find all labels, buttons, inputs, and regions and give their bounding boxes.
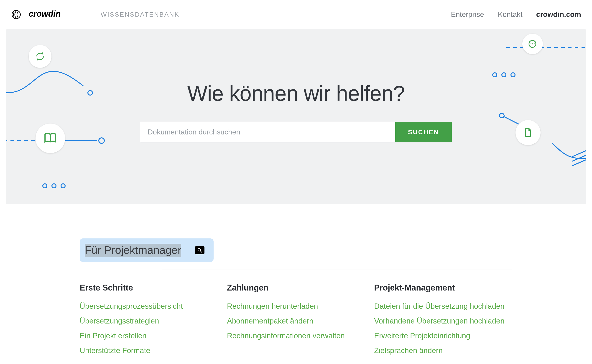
columns: Erste Schritte Übersetzungsprozessübersi… bbox=[80, 283, 512, 364]
doc-link[interactable]: Unterstützte Formate bbox=[80, 346, 150, 355]
chat-icon bbox=[528, 39, 537, 49]
header-left: crowdin WISSENSDATENBANK bbox=[11, 9, 180, 20]
list-item: Dateien für die Übersetzung hochladen bbox=[374, 300, 512, 312]
hero-bubble-refresh bbox=[29, 45, 52, 68]
doc-link[interactable]: Vorhandene Übersetzungen hochladen bbox=[374, 317, 504, 325]
search-button[interactable]: SUCHEN bbox=[395, 122, 452, 142]
list-item: Ein Projekt erstellen bbox=[80, 330, 218, 341]
column-projekt-management: Projekt-Management Dateien für die Übers… bbox=[374, 283, 512, 364]
doc-link[interactable]: Dateien für die Übersetzung hochladen bbox=[374, 302, 504, 310]
doc-link[interactable]: Ein Projekt erstellen bbox=[80, 332, 146, 340]
list-item: Erweiterte Projekteinrichtung bbox=[374, 330, 512, 341]
hero: Wie können wir helfen? SUCHEN bbox=[6, 29, 586, 204]
hero-dots-right bbox=[492, 72, 515, 77]
list-item: Rechnungen herunterladen bbox=[227, 300, 365, 312]
search-input[interactable] bbox=[140, 122, 395, 142]
hero-content: Wie können wir helfen? SUCHEN bbox=[6, 81, 586, 143]
brand-logo[interactable]: crowdin bbox=[11, 9, 93, 20]
column-heading: Projekt-Management bbox=[374, 283, 512, 292]
svg-point-7 bbox=[534, 43, 535, 45]
search-box: SUCHEN bbox=[140, 122, 452, 143]
list-item: Zielsprachen ändern bbox=[374, 345, 512, 356]
search-icon bbox=[197, 247, 202, 253]
header-subtitle: WISSENSDATENBANK bbox=[101, 11, 180, 18]
svg-point-6 bbox=[532, 43, 533, 45]
hero-dots-left bbox=[42, 183, 66, 188]
column-heading: Zahlungen bbox=[227, 283, 365, 292]
svg-point-5 bbox=[531, 43, 532, 45]
list-item: Abonnementpaket ändern bbox=[227, 315, 365, 327]
doc-link[interactable]: Erweiterte Projekteinrichtung bbox=[374, 332, 470, 340]
svg-text:crowdin: crowdin bbox=[29, 9, 61, 19]
list-item: Unterstützte Formate bbox=[80, 345, 218, 356]
section-title: Für Projektmanager bbox=[85, 244, 181, 256]
list-item: Übersetzungsstrategien bbox=[80, 315, 218, 327]
column-zahlungen: Zahlungen Rechnungen herunterladen Abonn… bbox=[227, 283, 365, 364]
doc-link[interactable]: Übersetzungsprozessübersicht bbox=[80, 302, 183, 310]
hero-title: Wie können wir helfen? bbox=[6, 81, 586, 106]
doc-link[interactable]: Rechnungen herunterladen bbox=[227, 302, 318, 310]
list-item: Vorhandene Übersetzungen hochladen bbox=[374, 315, 512, 327]
nav-enterprise[interactable]: Enterprise bbox=[451, 10, 484, 19]
nav-crowdin-com[interactable]: crowdin.com bbox=[536, 10, 581, 19]
hero-bubble-chat bbox=[522, 34, 543, 54]
crowdin-mark-icon bbox=[11, 9, 21, 20]
divider bbox=[162, 270, 512, 270]
svg-line-9 bbox=[200, 251, 202, 252]
doc-link[interactable]: Abonnementpaket ändern bbox=[227, 317, 313, 325]
section-heading: Für Projektmanager bbox=[80, 238, 213, 262]
crowdin-wordmark-icon: crowdin bbox=[24, 9, 93, 20]
refresh-icon bbox=[35, 52, 45, 61]
doc-link[interactable]: Rechnungsinformationen verwalten bbox=[227, 332, 345, 340]
doc-link[interactable]: Zielsprachen ändern bbox=[374, 346, 443, 355]
header-nav: Enterprise Kontakt crowdin.com bbox=[451, 10, 581, 19]
column-erste-schritte: Erste Schritte Übersetzungsprozessübersi… bbox=[80, 283, 218, 364]
header: crowdin WISSENSDATENBANK Enterprise Kont… bbox=[0, 0, 592, 29]
doc-link[interactable]: Übersetzungsstrategien bbox=[80, 317, 159, 325]
section-search-icon-box[interactable] bbox=[195, 246, 205, 254]
nav-kontakt[interactable]: Kontakt bbox=[498, 10, 523, 19]
content: Für Projektmanager Erste Schritte Überse… bbox=[80, 238, 512, 364]
column-heading: Erste Schritte bbox=[80, 283, 218, 292]
list-item: Rechnungsinformationen verwalten bbox=[227, 330, 365, 341]
list-item: Übersetzungsprozessübersicht bbox=[80, 300, 218, 312]
